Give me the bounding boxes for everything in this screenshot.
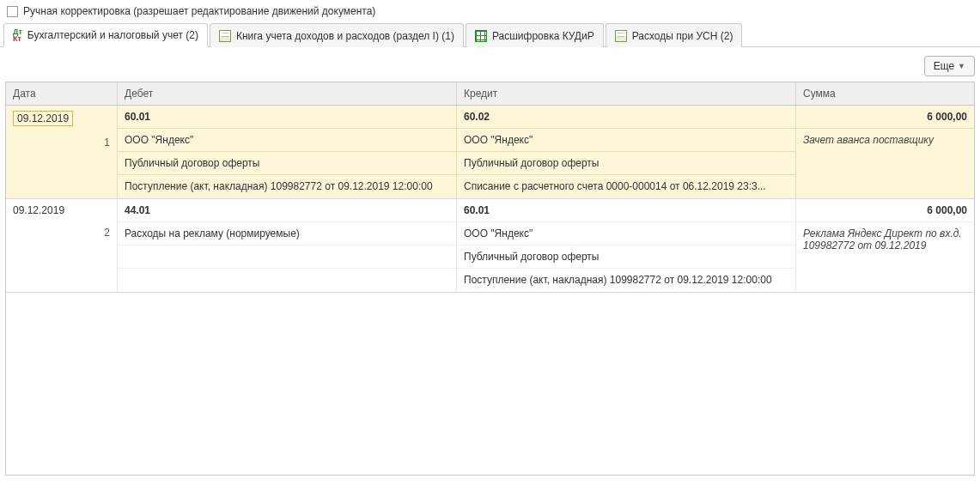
grid-icon bbox=[475, 30, 487, 42]
amount: 6 000,00 bbox=[796, 106, 974, 129]
col-credit[interactable]: Кредит bbox=[457, 82, 796, 105]
entry-description: Зачет аванса поставщику bbox=[796, 129, 974, 152]
tab-label: Расходы при УСН (2) bbox=[632, 30, 733, 42]
date-value: 09.12.2019 bbox=[13, 111, 73, 126]
debit-line: Публичный договор оферты bbox=[118, 152, 456, 175]
debit-line: ООО "Яндекс" bbox=[118, 129, 456, 152]
chevron-down-icon: ▼ bbox=[958, 62, 965, 70]
tab-kudir-detail[interactable]: Расшифровка КУДиР bbox=[466, 23, 604, 47]
debit-line: Расходы на рекламу (нормируемые) bbox=[118, 222, 456, 246]
row-number: 2 bbox=[6, 221, 117, 244]
credit-line: ООО "Яндекс" bbox=[457, 129, 795, 152]
grid-panel: Еще ▼ Дата Дебет Кредит Сумма 09.12.2019… bbox=[5, 56, 975, 476]
cell-date: 09.12.2019 1 bbox=[6, 106, 118, 198]
more-button[interactable]: Еще ▼ bbox=[924, 56, 975, 76]
amount: 6 000,00 bbox=[796, 199, 974, 222]
tab-label: Книга учета доходов и расходов (раздел I… bbox=[236, 30, 454, 42]
tab-usn-expenses[interactable]: Расходы при УСН (2) bbox=[606, 23, 743, 47]
table-row[interactable]: 09.12.2019 2 44.01 Расходы на рекламу (н… bbox=[6, 199, 974, 293]
debit-line: Поступление (акт, накладная) 109982772 о… bbox=[118, 175, 456, 198]
credit-line: ООО "Яндекс" bbox=[457, 222, 795, 246]
entries-grid: Дата Дебет Кредит Сумма 09.12.2019 1 60.… bbox=[5, 82, 975, 476]
cell-sum: 6 000,00 Зачет аванса поставщику bbox=[796, 106, 974, 198]
debit-credit-icon: ДтКт bbox=[13, 28, 22, 42]
cell-credit: 60.02 ООО "Яндекс" Публичный договор офе… bbox=[457, 106, 796, 198]
col-debit[interactable]: Дебет bbox=[118, 82, 457, 105]
tab-label: Расшифровка КУДиР bbox=[492, 30, 594, 42]
sheet-icon bbox=[219, 30, 231, 42]
debit-account: 44.01 bbox=[118, 199, 456, 222]
table-row[interactable]: 09.12.2019 1 60.01 ООО "Яндекс" Публичны… bbox=[6, 106, 974, 199]
debit-line bbox=[118, 246, 456, 269]
tabs: ДтКт Бухгалтерский и налоговый учет (2) … bbox=[0, 22, 980, 47]
date-value: 09.12.2019 bbox=[13, 204, 64, 216]
manual-edit-label: Ручная корректировка (разрешает редактир… bbox=[23, 5, 375, 17]
credit-account: 60.01 bbox=[457, 199, 795, 222]
cell-debit: 44.01 Расходы на рекламу (нормируемые) bbox=[118, 199, 457, 292]
tab-label: Бухгалтерский и налоговый учет (2) bbox=[27, 29, 198, 41]
debit-account: 60.01 bbox=[118, 106, 456, 129]
credit-account: 60.02 bbox=[457, 106, 795, 129]
cell-date: 09.12.2019 2 bbox=[6, 199, 118, 292]
grid-toolbar: Еще ▼ bbox=[5, 56, 975, 76]
grid-body: 09.12.2019 1 60.01 ООО "Яндекс" Публичны… bbox=[6, 106, 974, 475]
sheet-icon bbox=[615, 30, 627, 42]
more-button-label: Еще bbox=[934, 60, 954, 72]
cell-debit: 60.01 ООО "Яндекс" Публичный договор офе… bbox=[118, 106, 457, 198]
credit-line: Списание с расчетного счета 0000-000014 … bbox=[457, 175, 795, 198]
tab-kudir-book[interactable]: Книга учета доходов и расходов (раздел I… bbox=[210, 23, 464, 47]
grid-header: Дата Дебет Кредит Сумма bbox=[6, 82, 974, 106]
cell-credit: 60.01 ООО "Яндекс" Публичный договор офе… bbox=[457, 199, 796, 292]
manual-edit-row: Ручная корректировка (разрешает редактир… bbox=[0, 0, 980, 22]
tab-accounting[interactable]: ДтКт Бухгалтерский и налоговый учет (2) bbox=[3, 23, 208, 47]
credit-line: Публичный договор оферты bbox=[457, 246, 795, 269]
credit-line: Поступление (акт, накладная) 109982772 о… bbox=[457, 269, 795, 292]
col-date[interactable]: Дата bbox=[6, 82, 118, 105]
entry-description: Реклама Яндекс Директ по вх.д. 109982772… bbox=[796, 222, 974, 257]
col-sum[interactable]: Сумма bbox=[796, 82, 974, 105]
credit-line: Публичный договор оферты bbox=[457, 152, 795, 175]
manual-edit-checkbox[interactable] bbox=[7, 6, 18, 17]
debit-line bbox=[118, 269, 456, 292]
row-number: 1 bbox=[6, 131, 117, 154]
cell-sum: 6 000,00 Реклама Яндекс Директ по вх.д. … bbox=[796, 199, 974, 292]
